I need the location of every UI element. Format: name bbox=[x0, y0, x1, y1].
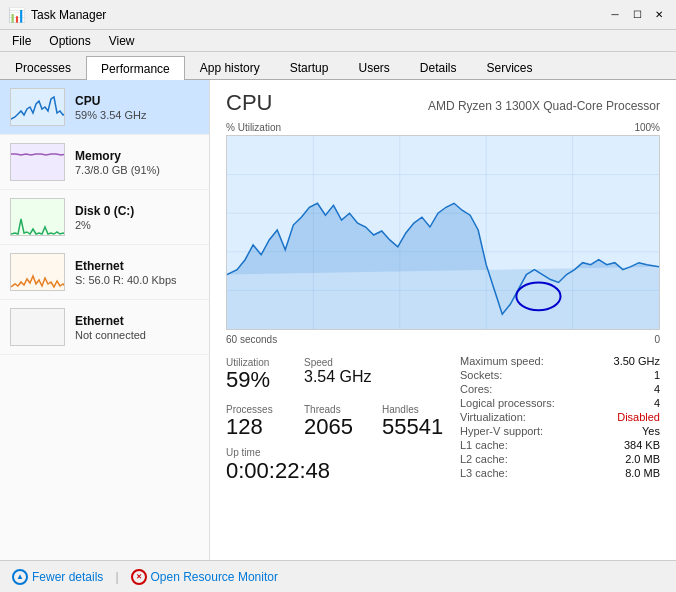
cpu-info-panel: Maximum speed: 3.50 GHz Sockets: 1 Cores… bbox=[460, 355, 660, 484]
chart-y-label: % Utilization bbox=[226, 122, 281, 133]
logical-val: 4 bbox=[654, 397, 660, 409]
virt-val: Disabled bbox=[617, 411, 660, 423]
virt-key: Virtualization: bbox=[460, 411, 526, 423]
svg-rect-4 bbox=[11, 309, 65, 346]
chart-label-bottom: 60 seconds 0 bbox=[226, 334, 660, 345]
menu-bar: File Options View bbox=[0, 30, 676, 52]
tab-performance[interactable]: Performance bbox=[86, 56, 185, 80]
utilization-value: 59% bbox=[226, 368, 304, 392]
tab-startup[interactable]: Startup bbox=[275, 55, 344, 79]
sockets-val: 1 bbox=[654, 369, 660, 381]
uptime-block: Up time 0:00:22:48 bbox=[226, 447, 460, 484]
info-row-l2: L2 cache: 2.0 MB bbox=[460, 453, 660, 465]
uptime-value: 0:00:22:48 bbox=[226, 458, 460, 484]
title-bar-controls: ─ ☐ ✕ bbox=[606, 6, 668, 24]
sidebar-item-disk[interactable]: Disk 0 (C:) 2% bbox=[0, 190, 209, 245]
memory-mini-chart bbox=[10, 143, 65, 181]
stats-grid: Utilization 59% Speed 3.54 GHz bbox=[226, 355, 460, 394]
l1-key: L1 cache: bbox=[460, 439, 508, 451]
memory-sidebar-name: Memory bbox=[75, 149, 199, 163]
info-row-sockets: Sockets: 1 bbox=[460, 369, 660, 381]
menu-file[interactable]: File bbox=[4, 32, 39, 50]
uptime-label: Up time bbox=[226, 447, 460, 458]
title-bar: 📊 Task Manager ─ ☐ ✕ bbox=[0, 0, 676, 30]
right-panel: CPU AMD Ryzen 3 1300X Quad-Core Processo… bbox=[210, 80, 676, 560]
ethernet2-mini-chart bbox=[10, 308, 65, 346]
info-row-logical: Logical processors: 4 bbox=[460, 397, 660, 409]
maxspeed-key: Maximum speed: bbox=[460, 355, 544, 367]
fewer-details-link[interactable]: ▲ Fewer details bbox=[12, 569, 103, 585]
cores-key: Cores: bbox=[460, 383, 492, 395]
stats-row2: Processes 128 Threads 2065 Handles 55541 bbox=[226, 402, 460, 441]
app-icon: 📊 bbox=[8, 7, 25, 23]
tab-services[interactable]: Services bbox=[472, 55, 548, 79]
info-row-hyperv: Hyper-V support: Yes bbox=[460, 425, 660, 437]
disk-sidebar-info: Disk 0 (C:) 2% bbox=[75, 204, 199, 231]
tab-app-history[interactable]: App history bbox=[185, 55, 275, 79]
hyperv-val: Yes bbox=[642, 425, 660, 437]
fewer-details-label: Fewer details bbox=[32, 570, 103, 584]
cpu-header: CPU AMD Ryzen 3 1300X Quad-Core Processo… bbox=[226, 90, 660, 116]
main-content: CPU 59% 3.54 GHz Memory 7.3/8.0 GB (91%) bbox=[0, 80, 676, 560]
speed-label: Speed bbox=[304, 357, 382, 368]
speed-value: 3.54 GHz bbox=[304, 368, 382, 386]
sidebar-item-memory[interactable]: Memory 7.3/8.0 GB (91%) bbox=[0, 135, 209, 190]
menu-view[interactable]: View bbox=[101, 32, 143, 50]
l3-key: L3 cache: bbox=[460, 467, 508, 479]
handles-stat: Handles 55541 bbox=[382, 402, 460, 441]
maximize-button[interactable]: ☐ bbox=[628, 6, 646, 24]
utilization-stat: Utilization 59% bbox=[226, 355, 304, 394]
info-row-maxspeed: Maximum speed: 3.50 GHz bbox=[460, 355, 660, 367]
tab-users[interactable]: Users bbox=[343, 55, 404, 79]
hyperv-key: Hyper-V support: bbox=[460, 425, 543, 437]
footer: ▲ Fewer details | ✕ Open Resource Monito… bbox=[0, 560, 676, 592]
resource-monitor-icon: ✕ bbox=[131, 569, 147, 585]
processes-stat: Processes 128 bbox=[226, 402, 304, 441]
cpu-model: AMD Ryzen 3 1300X Quad-Core Processor bbox=[428, 99, 660, 113]
open-resource-monitor-link[interactable]: ✕ Open Resource Monitor bbox=[131, 569, 278, 585]
l1-val: 384 KB bbox=[624, 439, 660, 451]
ethernet2-sidebar-info: Ethernet Not connected bbox=[75, 314, 199, 341]
ethernet1-sidebar-name: Ethernet bbox=[75, 259, 199, 273]
ethernet1-mini-chart bbox=[10, 253, 65, 291]
sockets-key: Sockets: bbox=[460, 369, 502, 381]
threads-stat: Threads 2065 bbox=[304, 402, 382, 441]
info-row-virtualization: Virtualization: Disabled bbox=[460, 411, 660, 423]
chart-x-label: 60 seconds bbox=[226, 334, 277, 345]
chart-label-top: % Utilization 100% bbox=[226, 122, 660, 133]
footer-separator: | bbox=[115, 570, 118, 584]
close-button[interactable]: ✕ bbox=[650, 6, 668, 24]
chart-y-max: 100% bbox=[634, 122, 660, 133]
disk-sidebar-stat: 2% bbox=[75, 219, 199, 231]
resource-monitor-label: Open Resource Monitor bbox=[151, 570, 278, 584]
memory-sidebar-stat: 7.3/8.0 GB (91%) bbox=[75, 164, 199, 176]
sidebar-item-cpu[interactable]: CPU 59% 3.54 GHz bbox=[0, 80, 209, 135]
ethernet1-sidebar-info: Ethernet S: 56.0 R: 40.0 Kbps bbox=[75, 259, 199, 286]
bottom-section: Utilization 59% Speed 3.54 GHz Processes… bbox=[226, 355, 660, 484]
ethernet2-sidebar-name: Ethernet bbox=[75, 314, 199, 328]
sidebar-item-ethernet1[interactable]: Ethernet S: 56.0 R: 40.0 Kbps bbox=[0, 245, 209, 300]
tab-details[interactable]: Details bbox=[405, 55, 472, 79]
threads-value: 2065 bbox=[304, 415, 382, 439]
maxspeed-val: 3.50 GHz bbox=[614, 355, 660, 367]
memory-sidebar-info: Memory 7.3/8.0 GB (91%) bbox=[75, 149, 199, 176]
speed-stat: Speed 3.54 GHz bbox=[304, 355, 382, 394]
info-row-l3: L3 cache: 8.0 MB bbox=[460, 467, 660, 479]
window-title: Task Manager bbox=[31, 8, 106, 22]
ethernet1-sidebar-stat: S: 56.0 R: 40.0 Kbps bbox=[75, 274, 199, 286]
tab-processes[interactable]: Processes bbox=[0, 55, 86, 79]
svg-rect-1 bbox=[11, 144, 65, 181]
minimize-button[interactable]: ─ bbox=[606, 6, 624, 24]
fewer-details-icon: ▲ bbox=[12, 569, 28, 585]
processes-value: 128 bbox=[226, 415, 304, 439]
menu-options[interactable]: Options bbox=[41, 32, 98, 50]
title-bar-left: 📊 Task Manager bbox=[8, 7, 106, 23]
cpu-title: CPU bbox=[226, 90, 272, 116]
cpu-sidebar-info: CPU 59% 3.54 GHz bbox=[75, 94, 199, 121]
cpu-sidebar-name: CPU bbox=[75, 94, 199, 108]
sidebar: CPU 59% 3.54 GHz Memory 7.3/8.0 GB (91%) bbox=[0, 80, 210, 560]
info-row-l1: L1 cache: 384 KB bbox=[460, 439, 660, 451]
l2-key: L2 cache: bbox=[460, 453, 508, 465]
l2-val: 2.0 MB bbox=[625, 453, 660, 465]
sidebar-item-ethernet2[interactable]: Ethernet Not connected bbox=[0, 300, 209, 355]
